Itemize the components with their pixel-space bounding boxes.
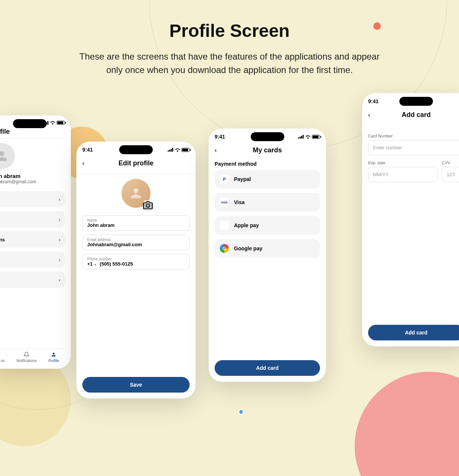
svg-rect-5 xyxy=(169,150,170,152)
chevron-right-icon: › xyxy=(59,197,60,202)
nav-item-profile[interactable]: Profile xyxy=(48,352,59,363)
exp-date-input[interactable]: MM/YY xyxy=(368,167,438,182)
menu-label: tions xyxy=(0,237,5,242)
avatar[interactable] xyxy=(121,179,151,208)
add-card-button[interactable]: Add card xyxy=(215,360,320,376)
decorative-circle xyxy=(355,372,459,476)
decorative-dot xyxy=(238,409,244,415)
field-value: (505) 555-0125 xyxy=(100,261,133,267)
field-label: Email address xyxy=(87,238,185,242)
svg-rect-3 xyxy=(47,121,48,125)
camera-button[interactable] xyxy=(143,200,153,210)
visa-icon: VISA xyxy=(220,198,229,207)
chevron-right-icon: › xyxy=(59,237,60,242)
pay-name: Visa xyxy=(234,199,245,205)
person-icon xyxy=(51,352,57,358)
battery-icon xyxy=(181,148,190,152)
svg-rect-10 xyxy=(300,137,301,139)
chevron-down-icon: ⌄ xyxy=(94,262,97,266)
screen-title: Edit profile xyxy=(118,159,153,167)
field-label: Name xyxy=(87,218,185,222)
cvv-input[interactable]: 123 xyxy=(442,167,459,182)
chevron-right-icon: › xyxy=(59,217,60,222)
screen-title: My cards xyxy=(253,146,282,154)
phone-add-card: 9:41 ‹ Add card Card Number Enter number… xyxy=(362,93,459,346)
back-button[interactable]: ‹ xyxy=(215,146,217,154)
nav-item-notifications[interactable]: Notifications xyxy=(16,352,37,363)
field-label: Phone number xyxy=(87,257,185,261)
chevron-right-icon: › xyxy=(59,257,60,263)
phone-my-cards: 9:41 ‹ My cards Payment method P Paypal … xyxy=(209,128,326,382)
apple-icon xyxy=(220,221,229,230)
profile-menu-item[interactable]: › xyxy=(0,251,65,268)
nav-label: Profile xyxy=(48,359,59,363)
nav-label: on xyxy=(1,359,5,363)
battery-icon xyxy=(312,135,320,139)
payment-paypal[interactable]: P Paypal xyxy=(215,170,320,188)
bell-icon xyxy=(23,352,29,358)
svg-rect-4 xyxy=(168,150,169,152)
signal-icon xyxy=(298,135,304,139)
save-button[interactable]: Save xyxy=(82,377,190,393)
chevron-right-icon: › xyxy=(59,277,60,283)
nav-label: Notifications xyxy=(16,359,37,363)
wifi-icon xyxy=(305,135,311,139)
person-icon xyxy=(0,149,9,164)
payment-google[interactable]: G Google pay xyxy=(215,239,320,258)
wifi-icon xyxy=(50,121,56,125)
profile-menu-item[interactable]: tions› xyxy=(0,231,65,248)
payment-apple[interactable]: Apple pay xyxy=(215,216,320,235)
notch xyxy=(13,119,47,128)
pay-name: Paypal xyxy=(234,176,251,182)
status-time: 9:41 xyxy=(82,147,93,153)
page-title: Profile Screen xyxy=(0,20,459,41)
profile-email: Johnabram@gmail.com xyxy=(0,179,65,184)
svg-point-8 xyxy=(146,204,150,207)
status-time: 9:41 xyxy=(368,98,379,104)
profile-menu-item[interactable]: › xyxy=(0,191,65,207)
phone-edit-profile: 9:41 ‹ Edit profile Name John abram Emai… xyxy=(76,142,196,399)
notch xyxy=(251,132,284,141)
google-icon: G xyxy=(220,244,229,253)
avatar[interactable] xyxy=(0,143,15,169)
screen-title: Add card xyxy=(402,111,431,119)
screen-title: Profile xyxy=(0,128,10,136)
profile-menu-item[interactable]: › xyxy=(0,211,65,228)
svg-rect-7 xyxy=(172,148,173,152)
profile-name: John abram xyxy=(0,173,65,179)
notch xyxy=(399,97,433,106)
name-field[interactable]: Name John abram xyxy=(82,215,190,231)
field-value: John abram xyxy=(87,222,185,228)
pay-name: Apple pay xyxy=(234,222,259,228)
phone-code-selector[interactable]: +1⌄ xyxy=(87,261,97,267)
field-label: Card Number xyxy=(368,134,459,138)
page-subtitle: These are the screens that have the feat… xyxy=(75,50,384,77)
field-label: CVV xyxy=(442,161,459,165)
section-title: Payment method xyxy=(215,161,320,167)
signal-icon xyxy=(168,148,174,152)
camera-icon xyxy=(143,198,153,213)
field-label: Exp. date xyxy=(368,161,438,165)
paypal-icon: P xyxy=(220,175,229,184)
svg-rect-9 xyxy=(298,137,299,139)
person-icon xyxy=(129,186,143,201)
pay-name: Google pay xyxy=(234,245,262,251)
nav-item[interactable]: on xyxy=(1,352,5,363)
status-icons xyxy=(168,148,190,152)
profile-menu-item[interactable]: › xyxy=(0,272,65,288)
email-field[interactable]: Email address Johnabram@gmail.com xyxy=(82,235,190,250)
back-button[interactable]: ‹ xyxy=(82,159,85,167)
add-card-button[interactable]: Add card xyxy=(368,325,459,340)
status-time: 9:41 xyxy=(215,134,225,140)
svg-rect-6 xyxy=(171,149,172,152)
svg-rect-12 xyxy=(303,135,304,139)
status-icons xyxy=(298,135,320,139)
wifi-icon xyxy=(175,148,180,152)
back-button[interactable]: ‹ xyxy=(368,111,370,119)
phone-profile: Profile John abram Johnabram@gmail.com ›… xyxy=(0,115,71,369)
card-number-input[interactable]: Enter number xyxy=(368,140,459,155)
field-value: Johnabram@gmail.com xyxy=(87,242,185,247)
phone-field[interactable]: Phone number +1⌄ (505) 555-0125 xyxy=(82,254,190,270)
payment-visa[interactable]: VISA Visa xyxy=(215,193,320,212)
battery-icon xyxy=(57,121,65,125)
